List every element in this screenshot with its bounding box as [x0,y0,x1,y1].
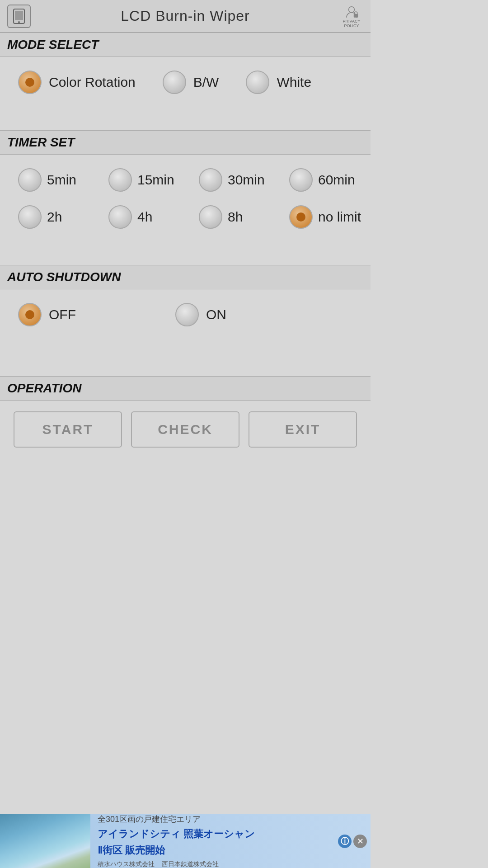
mode-white-label: White [277,75,311,90]
timer-no-limit[interactable]: no limit [289,205,366,229]
radio-shutdown-off[interactable] [18,303,42,326]
mode-bw[interactable]: B/W [163,71,219,94]
timer-5min[interactable]: 5min [18,168,95,192]
timer-8h[interactable]: 8h [199,205,276,229]
start-button[interactable]: START [14,411,122,448]
mode-color-rotation-label: Color Rotation [49,75,136,90]
timer-5min-label: 5min [47,172,76,188]
timer-30min-label: 30min [228,172,265,188]
privacy-label: PRIVACY POLICY [340,19,363,28]
radio-15min[interactable] [108,168,132,192]
shutdown-off[interactable]: OFF [18,303,76,326]
radio-white[interactable] [246,71,269,94]
radio-60min[interactable] [289,168,313,192]
radio-4h[interactable] [108,205,132,229]
svg-rect-4 [354,14,358,17]
timer-60min[interactable]: 60min [289,168,366,192]
shutdown-off-label: OFF [49,307,76,322]
timer-2h-label: 2h [47,209,62,225]
svg-point-2 [18,21,20,23]
ad-image [0,814,90,868]
radio-bw[interactable] [163,71,186,94]
ad-logos: 積水ハウス株式会社 西日本鉄道株式会社 [98,860,327,868]
mode-select-content: Color Rotation B/W White [0,57,371,130]
shutdown-on-label: ON [206,307,226,322]
mode-bw-label: B/W [193,75,219,90]
mode-select-row: Color Rotation B/W White [18,71,352,94]
app-title: LCD Burn-in Wiper [121,8,250,24]
ad-controls: ⓘ ✕ [334,831,371,852]
operation-header: OPERATION [0,376,371,401]
mode-select-header: MODE SELECT [0,33,371,57]
ad-banner: 全301区画の戸建住宅エリア アイランドシティ 照葉オーシャン Ⅱ街区 販売開始… [0,814,371,868]
timer-row-1: 5min 15min 30min 60min [18,168,352,192]
radio-5min[interactable] [18,168,42,192]
phone-icon [11,8,27,24]
svg-rect-1 [15,11,23,20]
operation-content: START CHECK EXIT [0,401,371,461]
radio-no-limit[interactable] [289,205,313,229]
ad-line1: 全301区画の戸建住宅エリア [98,814,327,825]
radio-30min[interactable] [199,168,222,192]
radio-2h[interactable] [18,205,42,229]
timer-4h-label: 4h [137,209,152,225]
ad-close-button[interactable]: ✕ [353,835,367,848]
shutdown-on[interactable]: ON [175,303,226,326]
ad-text-area: 全301区画の戸建住宅エリア アイランドシティ 照葉オーシャン Ⅱ街区 販売開始… [90,814,334,868]
timer-2h[interactable]: 2h [18,205,95,229]
svg-point-3 [349,6,355,12]
mode-white[interactable]: White [246,71,311,94]
timer-15min-label: 15min [137,172,174,188]
radio-8h[interactable] [199,205,222,229]
operation-button-row: START CHECK EXIT [14,411,357,448]
radio-shutdown-on[interactable] [175,303,199,326]
timer-8h-label: 8h [228,209,243,225]
privacy-button[interactable]: PRIVACY POLICY [340,5,363,28]
exit-button[interactable]: EXIT [249,411,357,448]
auto-shutdown-content: OFF ON [0,289,371,376]
auto-shutdown-header: AUTO SHUTDOWN [0,265,371,289]
ad-info-button[interactable]: ⓘ [338,835,352,848]
app-header: LCD Burn-in Wiper PRIVACY POLICY [0,0,371,33]
timer-no-limit-label: no limit [318,209,361,225]
auto-shutdown-row: OFF ON [18,303,352,326]
app-icon [7,5,31,28]
timer-60min-label: 60min [318,172,355,188]
check-button[interactable]: CHECK [131,411,239,448]
timer-4h[interactable]: 4h [108,205,185,229]
ad-line2: アイランドシティ 照葉オーシャン Ⅱ街区 販売開始 [98,825,327,858]
timer-set-header: TIMER SET [0,130,371,155]
radio-color-rotation[interactable] [18,71,42,94]
timer-30min[interactable]: 30min [199,168,276,192]
timer-row-2: 2h 4h 8h no limit [18,205,352,229]
timer-15min[interactable]: 15min [108,168,185,192]
timer-set-content: 5min 15min 30min 60min 2h 4h 8h [0,155,371,265]
mode-color-rotation[interactable]: Color Rotation [18,71,136,94]
